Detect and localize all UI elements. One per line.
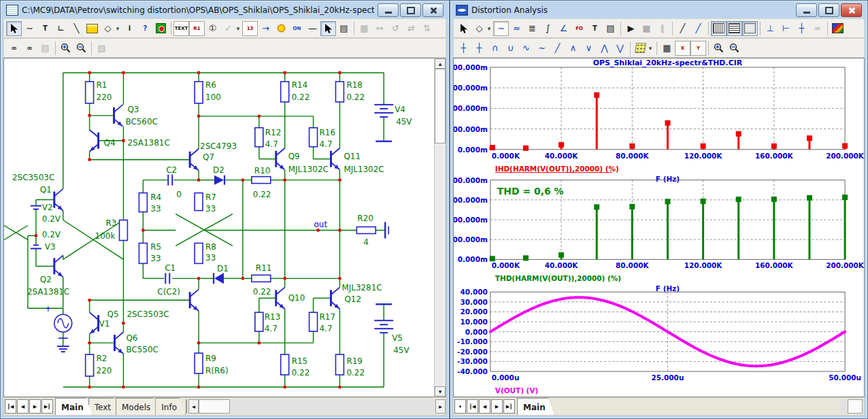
transistor[interactable] <box>90 130 99 152</box>
last-page-button[interactable]: ▶┃ <box>41 399 53 414</box>
diode-D2[interactable] <box>214 175 224 185</box>
zoom-in-icon[interactable] <box>58 41 73 56</box>
go-to-peak-icon[interactable]: ∩ <box>487 41 503 56</box>
restore-button[interactable] <box>400 3 421 17</box>
analysis-titlebar[interactable]: Distortion Analysis <box>453 1 865 18</box>
condition-display-toggle-icon[interactable]: ON <box>289 21 305 36</box>
minimize-button[interactable] <box>796 3 817 17</box>
first-page-button[interactable]: ┃◀ <box>5 399 16 414</box>
graphics-dropdown-icon[interactable]: ▾ <box>485 21 493 36</box>
go-to-low-wave-icon[interactable]: ∼ <box>534 41 550 56</box>
tab-models[interactable]: Models <box>116 398 159 415</box>
find-text-icon[interactable]: ∞ <box>22 41 37 56</box>
component-tool-icon[interactable] <box>84 21 100 36</box>
next-page-button[interactable]: ▶ <box>491 399 503 414</box>
tile-plots-icon[interactable]: ≣ <box>524 21 540 36</box>
text-tool-icon[interactable]: T <box>587 21 603 36</box>
properties-icon[interactable]: ▤ <box>336 21 352 36</box>
tag-point-icon[interactable]: ┼ <box>794 21 809 36</box>
color-palette-icon[interactable] <box>830 21 846 36</box>
pages-dropdown-button[interactable]: ▾ <box>454 399 466 414</box>
resistor[interactable] <box>310 128 318 147</box>
global-high-icon[interactable]: ∧ <box>565 41 581 56</box>
plot1-series[interactable] <box>490 93 848 151</box>
resistor[interactable] <box>335 82 344 102</box>
grid-horizontal-icon[interactable] <box>727 21 742 36</box>
tab-main[interactable]: Main <box>517 398 554 415</box>
resistor[interactable] <box>195 193 203 211</box>
global-low-icon[interactable]: ∨ <box>581 41 597 56</box>
power-display-toggle-icon[interactable] <box>273 21 289 36</box>
diagonal-line-tool-icon[interactable]: ╲ <box>69 21 84 36</box>
transistor[interactable] <box>276 287 285 309</box>
cursor-mode-icon[interactable] <box>320 21 336 36</box>
go-to-valley-icon[interactable]: ∪ <box>503 41 518 56</box>
zoom-out-icon[interactable] <box>727 41 742 56</box>
go-to-y-icon[interactable]: ⊢ <box>778 21 794 36</box>
draw-line-icon[interactable]: ╱ <box>675 21 690 36</box>
tab-main[interactable]: Main <box>55 398 93 415</box>
resistor[interactable] <box>139 243 147 263</box>
attribute-display-toggle-icon[interactable]: R1 <box>189 21 205 36</box>
plot3-series-label[interactable]: V(OUT) (V) <box>495 386 538 395</box>
first-page-button[interactable]: ┃◀ <box>467 399 478 414</box>
scroll-up-button[interactable]: ▲ <box>435 58 446 69</box>
schematic-vscrollbar[interactable]: ▲ ▼ <box>434 58 446 397</box>
run-icon[interactable]: ▶ <box>623 21 639 36</box>
transistor[interactable] <box>114 105 122 127</box>
minimize-button[interactable] <box>378 3 399 17</box>
analysis-hscrollbar[interactable] <box>839 399 863 414</box>
resistor[interactable] <box>86 354 94 376</box>
resistor[interactable] <box>119 220 127 241</box>
tab-info[interactable]: Info <box>155 398 186 415</box>
waveform-order-icon[interactable]: ∫ <box>540 21 556 36</box>
schematic-canvas[interactable]: R1220Q3BC560CQ42SA1381C2SC3503CQ1V20.2V0… <box>3 58 434 397</box>
wire-mode-tool-icon[interactable]: ∼ <box>22 21 37 36</box>
tab-text[interactable]: Text <box>88 398 120 415</box>
cursor-mode-horizontal-icon[interactable]: ┼ <box>456 41 471 56</box>
restore-button[interactable] <box>818 3 839 17</box>
schematic-titlebar[interactable]: C:\MC9\DATA\Petrov\switching distortion\… <box>3 1 446 18</box>
go-to-high-wave-icon[interactable]: ∿ <box>518 41 534 56</box>
select-tool-icon[interactable] <box>6 21 22 36</box>
plot-area[interactable]: 800.000m600.000m400.000m200.000m0.000m0.… <box>453 58 865 397</box>
resistor[interactable] <box>139 193 147 212</box>
shapes-dropdown-icon[interactable]: ▾ <box>114 21 122 36</box>
grid-vertical-icon[interactable] <box>711 21 727 36</box>
scroll-right-button[interactable]: ▶ <box>435 399 446 414</box>
resistor[interactable] <box>252 275 271 282</box>
text-tool-icon[interactable]: T <box>37 21 53 36</box>
current-display-toggle-icon[interactable]: → <box>258 21 273 36</box>
transistor[interactable] <box>331 287 339 309</box>
cursor-next-point-icon[interactable]: ┼ <box>471 41 487 56</box>
stacked-waveforms-icon[interactable]: ≈ <box>509 21 524 36</box>
orthogonal-wire-tool-icon[interactable]: ∟ <box>53 21 69 36</box>
auto-scale-x-icon[interactable]: X <box>675 41 690 56</box>
scope-mode-icon[interactable]: ∼ <box>493 21 509 36</box>
resistor[interactable] <box>356 227 375 234</box>
transistor[interactable] <box>54 189 63 211</box>
prev-page-button[interactable]: ◀ <box>479 399 490 414</box>
enable-disable-tool-icon[interactable] <box>153 21 169 36</box>
transistor[interactable] <box>190 289 199 311</box>
resistor[interactable] <box>195 353 203 373</box>
resistor[interactable] <box>255 128 263 147</box>
resistor[interactable] <box>195 82 203 103</box>
envelope-top-icon[interactable]: ⋀ <box>597 41 612 56</box>
zoom-in-icon[interactable] <box>711 41 727 56</box>
resistor[interactable] <box>335 354 344 375</box>
grid-dots-icon[interactable] <box>742 21 758 36</box>
next-page-button[interactable]: ▶ <box>29 399 41 414</box>
auto-scale-y-icon[interactable]: Y <box>690 41 706 56</box>
resistor[interactable] <box>281 82 289 102</box>
go-to-x-icon[interactable]: ⊥ <box>763 21 778 36</box>
scroll-left-button[interactable]: ◀ <box>188 399 199 414</box>
hscroll-thumb[interactable] <box>848 399 863 414</box>
schematic-hscrollbar[interactable]: ◀ ▶ <box>186 399 446 414</box>
pin-connection-toggle-icon[interactable]: — <box>305 21 320 36</box>
scroll-down-button[interactable]: ▼ <box>435 386 446 397</box>
numeric-output-icon[interactable]: ▦ <box>659 41 675 56</box>
resistor[interactable] <box>281 354 289 375</box>
diode-D1[interactable] <box>214 273 224 284</box>
resistor[interactable] <box>252 177 271 184</box>
